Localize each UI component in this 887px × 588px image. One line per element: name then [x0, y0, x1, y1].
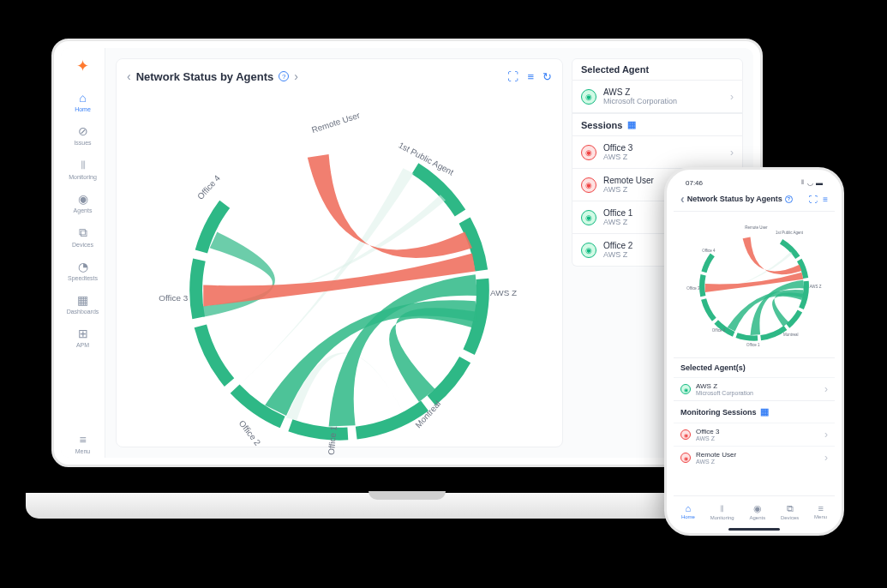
- sidebar-item-agents[interactable]: ◉Agents: [61, 189, 105, 217]
- node-label: Office 4: [195, 173, 222, 201]
- sidebar-item-issues[interactable]: ⊘Issues: [61, 121, 105, 149]
- prev-chart-button[interactable]: ‹: [680, 192, 685, 206]
- home-indicator: [728, 528, 780, 531]
- chart-view-icon[interactable]: ▦: [627, 119, 636, 130]
- battery-icon: ▬: [816, 179, 823, 187]
- chevron-right-icon: ›: [824, 429, 828, 441]
- phone-selected-agents: Selected Agent(s) ◉ AWS ZMicrosoft Corpo…: [674, 357, 835, 400]
- menu-icon: ≡: [79, 433, 86, 447]
- refresh-icon[interactable]: ↻: [542, 70, 552, 83]
- node-label: Office 1: [327, 425, 339, 455]
- main-content: ‹ Network Status by Agents ? › ⛶ ≡ ↻: [105, 48, 753, 458]
- sidebar-item-home[interactable]: ⌂Home: [61, 87, 105, 116]
- agents-icon: ◉: [78, 192, 88, 206]
- status-dot-icon: ◉: [680, 429, 691, 440]
- phone-notch: [724, 173, 784, 185]
- svg-text:Office 1: Office 1: [746, 343, 760, 347]
- status-dot-icon: ◉: [581, 243, 596, 258]
- next-chart-button[interactable]: ›: [294, 69, 298, 83]
- home-icon: ⌂: [79, 91, 86, 105]
- session-row[interactable]: ◉ Office 3AWS Z ›: [674, 423, 835, 446]
- home-icon: ⌂: [686, 503, 692, 513]
- speedtest-icon: ◔: [78, 260, 88, 273]
- apm-icon: ⊞: [78, 327, 88, 340]
- chevron-right-icon: ›: [730, 91, 734, 103]
- laptop-frame: ✦ ⌂Home ⊘Issues ⫴Monitoring ◉Agents ⧉Dev…: [51, 39, 763, 519]
- agent-row[interactable]: ◉ AWS ZMicrosoft Corporation ›: [674, 377, 835, 400]
- chord-diagram[interactable]: Remote User 1st Public Agent AWS Z Montr…: [127, 83, 552, 458]
- session-card[interactable]: ◉ Office 3AWS Z ›: [572, 136, 743, 169]
- selected-agent-header: Selected Agent: [572, 58, 743, 81]
- expand-icon[interactable]: ⛶: [507, 70, 518, 83]
- node-label: Office 2: [237, 418, 263, 447]
- info-icon[interactable]: ?: [785, 195, 793, 203]
- status-dot-icon: ◉: [581, 145, 596, 160]
- agents-icon: ◉: [753, 503, 762, 514]
- chevron-right-icon: ›: [824, 383, 828, 395]
- sidebar-item-apm[interactable]: ⊞APM: [61, 323, 105, 351]
- devices-icon: ⧉: [787, 503, 794, 514]
- nav-monitoring[interactable]: ⫴Monitoring: [710, 503, 734, 520]
- node-label: Office 3: [159, 293, 188, 303]
- filter-icon[interactable]: ≡: [527, 70, 534, 83]
- session-row[interactable]: ◉ Remote UserAWS Z ›: [674, 446, 835, 469]
- chevron-right-icon: ›: [730, 147, 734, 159]
- wifi-icon: ◡: [807, 179, 813, 187]
- selected-agent-card[interactable]: ◉ AWS Z Microsoft Corporation ›: [572, 81, 743, 113]
- monitoring-icon: ⫴: [720, 503, 724, 514]
- issues-icon: ⊘: [78, 124, 88, 138]
- chart-title: Network Status by Agents: [136, 70, 274, 83]
- phone-chord-diagram[interactable]: Remote User 1st Public Agent AWS Z Montr…: [674, 212, 835, 357]
- sidebar-item-dashboards[interactable]: ▦Dashboards: [61, 290, 105, 318]
- selected-agents-header: Selected Agent(s): [674, 358, 835, 377]
- svg-text:Montreal: Montreal: [783, 333, 798, 337]
- monitoring-icon: ⫴: [81, 158, 86, 172]
- prev-chart-button[interactable]: ‹: [127, 69, 131, 83]
- status-dot-icon: ◉: [680, 384, 691, 394]
- status-dot-icon: ◉: [680, 453, 691, 463]
- dashboard-icon: ▦: [77, 293, 88, 307]
- svg-text:Remote User: Remote User: [745, 225, 768, 230]
- menu-icon: ≡: [818, 503, 823, 513]
- status-dot-icon: ◉: [581, 177, 596, 193]
- svg-text:AWS Z: AWS Z: [809, 285, 821, 289]
- sidebar-item-menu[interactable]: ≡Menu: [61, 429, 105, 458]
- status-dot-icon: ◉: [581, 89, 596, 105]
- nav-agents[interactable]: ◉Agents: [749, 503, 765, 520]
- sessions-header: Sessions ▦: [572, 113, 743, 136]
- signal-icon: ⫴: [801, 178, 805, 187]
- laptop-screen: ✦ ⌂Home ⊘Issues ⫴Monitoring ◉Agents ⧉Dev…: [51, 39, 763, 467]
- expand-icon[interactable]: ⛶: [809, 195, 818, 204]
- nav-home[interactable]: ⌂Home: [681, 503, 695, 519]
- status-dot-icon: ◉: [581, 210, 596, 225]
- nav-devices[interactable]: ⧉Devices: [781, 503, 799, 520]
- chart-panel: ‹ Network Status by Agents ? › ⛶ ≡ ↻: [116, 58, 563, 447]
- app-logo: ✦: [76, 57, 89, 75]
- svg-text:Office 2: Office 2: [712, 328, 726, 333]
- phone-header: ‹ Network Status by Agents ? ⛶ ≡: [674, 187, 835, 212]
- info-icon[interactable]: ?: [279, 71, 289, 81]
- phone-bottom-nav: ⌂Home ⫴Monitoring ◉Agents ⧉Devices ≡Menu: [674, 495, 835, 526]
- chevron-right-icon: ›: [824, 452, 828, 464]
- filter-icon[interactable]: ≡: [823, 195, 828, 204]
- svg-text:Office 4: Office 4: [702, 249, 716, 253]
- laptop-notch: [369, 491, 446, 500]
- agent-name: AWS Z: [603, 87, 723, 97]
- phone-monitoring-sessions: Monitoring Sessions ▦ ◉ Office 3AWS Z › …: [674, 400, 835, 469]
- svg-text:1st Public Agent: 1st Public Agent: [776, 231, 804, 235]
- node-label: Remote User: [310, 110, 362, 135]
- status-time: 07:46: [686, 179, 703, 187]
- chart-view-icon[interactable]: ▦: [760, 406, 769, 417]
- phone-frame: 07:46 ⫴ ◡ ▬ ‹ Network Status by Agents ?…: [664, 167, 844, 536]
- agent-sub: Microsoft Corporation: [603, 97, 723, 105]
- svg-text:Office 3: Office 3: [686, 286, 700, 291]
- sidebar-item-speedtests[interactable]: ◔Speedtests: [61, 256, 105, 285]
- app-window: ✦ ⌂Home ⊘Issues ⫴Monitoring ◉Agents ⧉Dev…: [61, 48, 753, 458]
- sidebar-item-devices[interactable]: ⧉Devices: [61, 222, 105, 251]
- sidebar: ✦ ⌂Home ⊘Issues ⫴Monitoring ◉Agents ⧉Dev…: [61, 48, 105, 458]
- phone-content: ‹ Network Status by Agents ? ⛶ ≡ R: [674, 187, 835, 494]
- nav-menu[interactable]: ≡Menu: [814, 503, 827, 519]
- sidebar-item-monitoring[interactable]: ⫴Monitoring: [61, 154, 105, 183]
- devices-icon: ⧉: [79, 225, 87, 240]
- node-label: AWS Z: [490, 288, 517, 297]
